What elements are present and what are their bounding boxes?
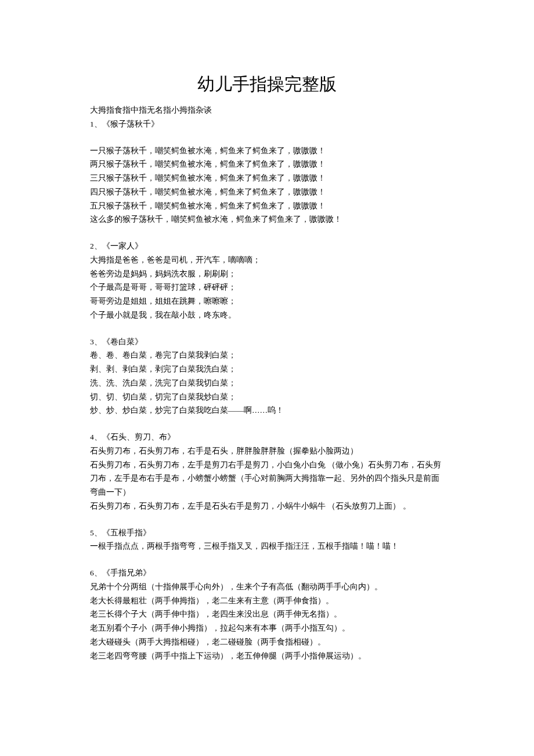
section-block: 5、《五根手指》 一根手指点点，两根手指弯弯，三根手指叉叉，四根手指汪汪，五根手… — [90, 526, 444, 554]
section-block: 3、《卷白菜》 卷、卷、卷白菜，卷完了白菜我剥白菜； 剥、剥、剥白菜，剥完了白菜… — [90, 335, 444, 418]
section-heading: 6、《手指兄弟》 — [90, 566, 444, 580]
content-line: 炒、炒、炒白菜，炒完了白菜我吃白菜——啊……呜！ — [90, 404, 444, 417]
content-line: 两只猴子荡秋千，嘲笑鳄鱼被水淹，鳄鱼来了鳄鱼来了，嗷嗷嗷！ — [90, 157, 444, 171]
content-line: 三只猴子荡秋千，嘲笑鳄鱼被水淹，鳄鱼来了鳄鱼来了，嗷嗷嗷！ — [90, 171, 444, 185]
section-heading: 3、《卷白菜》 — [90, 335, 444, 349]
content-line: 爸爸旁边是妈妈，妈妈洗衣服，刷刷刷； — [90, 267, 444, 281]
content-line: 一只猴子荡秋千，嘲笑鳄鱼被水淹，鳄鱼来了鳄鱼来了，嗷嗷嗷！ — [90, 144, 444, 158]
section-block: 4、《石头、剪刀、布》 石头剪刀布，石头剪刀布，右手是石头，胖胖脸胖胖脸（握拳贴… — [90, 430, 444, 513]
content-line: 大拇指是爸爸，爸爸是司机，开汽车，嘀嘀嘀； — [90, 253, 444, 267]
content-line: 切、切、切白菜，切完了白菜我炒白菜； — [90, 390, 444, 404]
content-line: 老大碰碰头（两手大拇指相碰），老二碰碰脸（两手食指相碰）。 — [90, 635, 444, 649]
content-line: 个子最小就是我，我在敲小鼓，咚东咚。 — [90, 308, 444, 322]
content-line: 老五别看个子小（两手伸小拇指），拉起勾来有本事（两手小指互勾）。 — [90, 621, 444, 635]
content-line: 剥、剥、剥白菜，剥完了白菜我洗白菜； — [90, 362, 444, 376]
intro-line: 大拇指食指中指无名指小拇指杂谈 — [90, 103, 444, 117]
content-line: 个子最高是哥哥，哥哥打篮球，砰砰砰； — [90, 280, 444, 294]
page-title: 幼儿手指操完整版 — [90, 73, 444, 96]
content-line: 老大长得最粗壮（两手伸拇指），老二生来有主意（两手伸食指）。 — [90, 594, 444, 608]
content-line: 洗、洗、洗白菜，洗完了白菜我切白菜； — [90, 376, 444, 390]
content-line: 四只猴子荡秋千，嘲笑鳄鱼被水淹，鳄鱼来了鳄鱼来了，嗷嗷嗷！ — [90, 185, 444, 199]
section-block: 6、《手指兄弟》 兄弟十个分两组（十指伸展手心向外），生来个子有高低（翻动两手手… — [90, 566, 444, 663]
content-line: 一根手指点点，两根手指弯弯，三根手指叉叉，四根手指汪汪，五根手指喵！喵！喵！ — [90, 539, 444, 553]
content-line: 石头剪刀布，石头剪刀布，左手是剪刀右手是剪刀，小白兔小白兔 （做小兔）石头剪刀布… — [90, 458, 444, 499]
content-line: 哥哥旁边是姐姐，姐姐在跳舞，嚓嚓嚓； — [90, 294, 444, 308]
section-block: 2、《一家人》 大拇指是爸爸，爸爸是司机，开汽车，嘀嘀嘀； 爸爸旁边是妈妈，妈妈… — [90, 239, 444, 322]
content-line: 这么多的猴子荡秋千，嘲笑鳄鱼被水淹，鳄鱼来了鳄鱼来了，嗷嗷嗷！ — [90, 213, 444, 226]
section-heading: 1、《猴子荡秋千》 — [90, 117, 444, 131]
content-line: 兄弟十个分两组（十指伸展手心向外），生来个子有高低（翻动两手手心向内）。 — [90, 580, 444, 594]
content-line: 老三老四弯弯腰（两手中指上下运动），老五伸伸腿（两手小指伸展运动）。 — [90, 649, 444, 663]
section-heading: 4、《石头、剪刀、布》 — [90, 430, 444, 444]
section-heading: 5、《五根手指》 — [90, 526, 444, 540]
section-heading: 2、《一家人》 — [90, 239, 444, 253]
content-line: 卷、卷、卷白菜，卷完了白菜我剥白菜； — [90, 348, 444, 362]
content-line: 五只猴子荡秋千，嘲笑鳄鱼被水淹，鳄鱼来了鳄鱼来了，嗷嗷嗷！ — [90, 199, 444, 213]
content-line: 石头剪刀布，石头剪刀布，右手是石头，胖胖脸胖胖脸（握拳贴小脸两边） — [90, 444, 444, 458]
content-line: 老三长得个子大（两手伸中指），老四生来没出息（两手伸无名指）。 — [90, 607, 444, 621]
section-block: 一只猴子荡秋千，嘲笑鳄鱼被水淹，鳄鱼来了鳄鱼来了，嗷嗷嗷！ 两只猴子荡秋千，嘲笑… — [90, 144, 444, 227]
content-line: 石头剪刀布，石头剪刀布，左手是石头右手是剪刀，小蜗牛小蜗牛 （石头放剪刀上面） … — [90, 499, 444, 513]
document-body: 大拇指食指中指无名指小拇指杂谈 1、《猴子荡秋千》 一只猴子荡秋千，嘲笑鳄鱼被水… — [90, 103, 444, 663]
